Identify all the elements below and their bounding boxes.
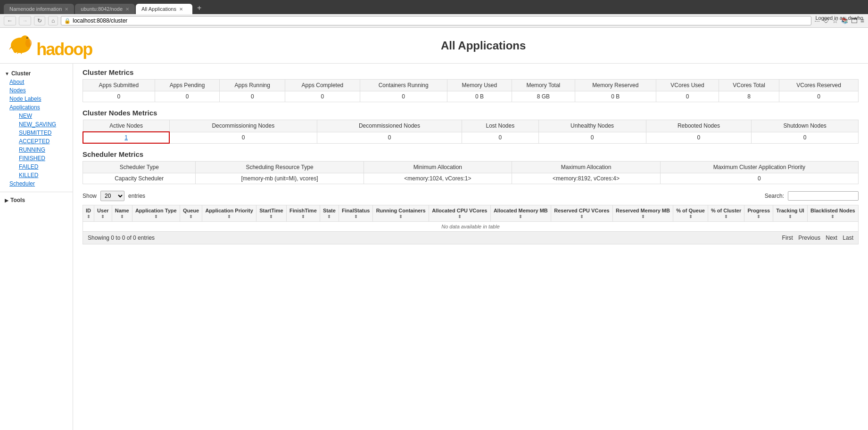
page-wrapper: ▼ Cluster About Nodes Node Labels Applic… (0, 64, 868, 430)
tab-all-applications[interactable]: All Applications ✕ (136, 4, 192, 14)
sort-allocated-memory-icon[interactable]: ⇕ (519, 214, 522, 219)
sidebar-item-killed[interactable]: KILLED (14, 171, 68, 179)
sort-allocated-cpu-icon[interactable]: ⇕ (458, 214, 462, 219)
tab-namenode-label: Namenode information (9, 6, 62, 12)
col-reserved-memory[interactable]: Reserved Memory MB ⇕ (612, 205, 673, 222)
val-containers-running: 0 (360, 91, 447, 102)
col-queue[interactable]: Queue ⇕ (180, 205, 202, 222)
cluster-metrics-table: Apps Submitted Apps Pending Apps Running… (83, 79, 859, 102)
entries-label: entries (128, 193, 145, 199)
sidebar-item-failed[interactable]: FAILED (14, 162, 68, 171)
col-final-status[interactable]: FinalStatus ⇕ (339, 205, 373, 222)
sidebar-item-running[interactable]: RUNNING (14, 146, 68, 154)
col-pct-queue-label: % of Queue (676, 208, 705, 213)
sort-finish-time-icon[interactable]: ⇕ (301, 214, 305, 219)
sidebar-item-submitted[interactable]: SUBMITTED (14, 129, 68, 137)
col-state[interactable]: State ⇕ (320, 205, 339, 222)
table-controls: Show 20 50 100 entries Search: (83, 191, 859, 201)
col-maximum-allocation: Maximum Allocation (512, 162, 661, 173)
sort-blacklisted-nodes-icon[interactable]: ⇕ (831, 214, 835, 219)
sidebar-item-accepted[interactable]: ACCEPTED (14, 137, 68, 146)
col-allocated-cpu[interactable]: Allocated CPU VCores ⇕ (429, 205, 490, 222)
home-button[interactable]: ⌂ (48, 16, 58, 25)
active-nodes-link[interactable]: 1 (124, 134, 128, 141)
val-vcores-used: 0 (656, 91, 719, 102)
pagination-last[interactable]: Last (843, 235, 853, 241)
sidebar-item-node-labels[interactable]: Node Labels (5, 95, 68, 103)
cluster-section-header[interactable]: ▼ Cluster (5, 69, 68, 78)
col-queue-label: Queue (183, 208, 199, 213)
col-user[interactable]: User ⇕ (94, 205, 112, 222)
col-finish-time[interactable]: FinishTime ⇕ (286, 205, 320, 222)
pagination-previous[interactable]: Previous (798, 235, 820, 241)
show-label: Show (83, 193, 97, 199)
col-name[interactable]: Name ⇕ (112, 205, 132, 222)
sidebar-item-new-saving[interactable]: NEW_SAVING (14, 120, 68, 129)
val-rebooted-nodes: 0 (646, 132, 752, 143)
sort-pct-queue-icon[interactable]: ⇕ (689, 214, 693, 219)
col-start-time[interactable]: StartTime ⇕ (256, 205, 287, 222)
col-id[interactable]: ID ⇕ (83, 205, 94, 222)
hadoop-text: hadoop (36, 40, 92, 59)
close-tab-namenode[interactable]: ✕ (65, 7, 68, 12)
val-memory-used: 0 B (447, 91, 512, 102)
show-entries-select[interactable]: 20 50 100 (100, 191, 124, 201)
sort-final-status-icon[interactable]: ⇕ (354, 214, 358, 219)
tools-section-header[interactable]: ▶ Tools (5, 196, 68, 204)
cluster-nodes-section: Cluster Nodes Metrics Active Nodes Decom… (83, 109, 859, 144)
sidebar-item-applications[interactable]: Applications (5, 103, 68, 112)
col-allocated-memory[interactable]: Allocated Memory MB ⇕ (490, 205, 551, 222)
col-running-containers[interactable]: Running Containers ⇕ (373, 205, 429, 222)
col-application-type[interactable]: Application Type ⇕ (132, 205, 180, 222)
sort-id-icon[interactable]: ⇕ (87, 214, 91, 219)
col-scheduler-type: Scheduler Type (83, 162, 196, 173)
address-bar[interactable] (73, 17, 808, 24)
pagination-next[interactable]: Next (826, 235, 837, 241)
col-state-label: State (323, 208, 336, 213)
sort-app-priority-icon[interactable]: ⇕ (227, 214, 231, 219)
col-reserved-cpu-label: Reserved CPU VCores (554, 208, 609, 213)
close-tab-ubuntu[interactable]: ✕ (125, 7, 129, 12)
sort-progress-icon[interactable]: ⇕ (757, 214, 761, 219)
col-pct-queue[interactable]: % of Queue ⇕ (673, 205, 708, 222)
new-tab-button[interactable]: + (193, 2, 205, 14)
sort-reserved-memory-icon[interactable]: ⇕ (641, 214, 645, 219)
col-memory-total: Memory Total (512, 80, 575, 91)
sort-app-type-icon[interactable]: ⇕ (154, 214, 158, 219)
sort-pct-cluster-icon[interactable]: ⇕ (724, 214, 728, 219)
col-progress[interactable]: Progress ⇕ (744, 205, 773, 222)
col-reserved-cpu[interactable]: Reserved CPU VCores ⇕ (551, 205, 613, 222)
close-tab-all-applications[interactable]: ✕ (179, 7, 183, 12)
cluster-metrics-title: Cluster Metrics (83, 68, 859, 76)
header: hadoop All Applications (0, 28, 868, 64)
tab-namenode[interactable]: Namenode information ✕ (4, 4, 74, 14)
col-id-label: ID (86, 208, 91, 213)
sort-state-icon[interactable]: ⇕ (327, 214, 331, 219)
forward-button[interactable]: → (19, 16, 31, 25)
sort-start-time-icon[interactable]: ⇕ (269, 214, 273, 219)
col-pct-cluster[interactable]: % of Cluster ⇕ (708, 205, 744, 222)
col-blacklisted-nodes[interactable]: Blacklisted Nodes ⇕ (807, 205, 858, 222)
sidebar-item-nodes[interactable]: Nodes (5, 86, 68, 95)
sidebar-item-new[interactable]: NEW (14, 112, 68, 120)
sort-reserved-cpu-icon[interactable]: ⇕ (580, 214, 584, 219)
col-application-priority[interactable]: Application Priority ⇕ (202, 205, 256, 222)
svg-point-5 (25, 39, 32, 48)
back-button[interactable]: ← (4, 16, 16, 25)
sort-user-icon[interactable]: ⇕ (101, 214, 105, 219)
reload-button[interactable]: ↻ (34, 16, 45, 25)
search-input[interactable] (788, 191, 859, 201)
sidebar-item-finished[interactable]: FINISHED (14, 154, 68, 162)
col-tracking-ui[interactable]: Tracking UI ⇕ (773, 205, 808, 222)
sidebar-item-scheduler[interactable]: Scheduler (5, 179, 68, 188)
hadoop-elephant-icon (7, 32, 35, 55)
sort-running-containers-icon[interactable]: ⇕ (399, 214, 403, 219)
pagination-first[interactable]: First (782, 235, 793, 241)
val-decommissioning-nodes: 0 (169, 132, 317, 143)
sort-tracking-ui-icon[interactable]: ⇕ (788, 214, 792, 219)
tab-ubuntu-node[interactable]: ubuntu:8042/node ✕ (75, 4, 135, 14)
sort-queue-icon[interactable]: ⇕ (189, 214, 193, 219)
sort-name-icon[interactable]: ⇕ (120, 214, 124, 219)
sidebar-item-about[interactable]: About (5, 78, 68, 86)
cluster-section: ▼ Cluster About Nodes Node Labels Applic… (0, 67, 73, 190)
